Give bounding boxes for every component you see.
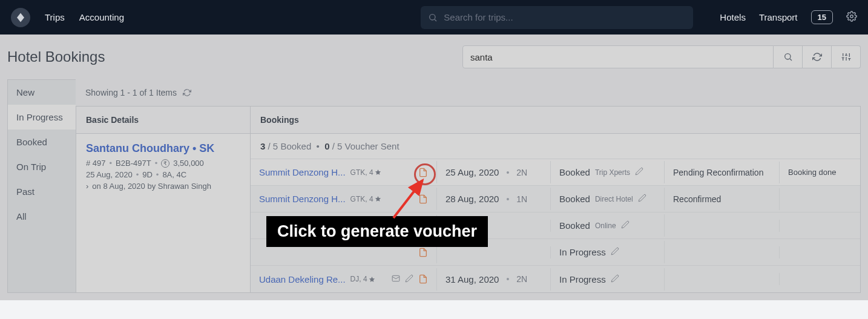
trip-id: # 497 [86,159,106,168]
svg-line-1 [435,19,436,21]
page-header: Hotel Bookings [0,35,868,79]
bookings-cell: 3 / 5 Booked • 0 / 5 Voucher Sent Summit… [251,134,860,292]
nav-hotels[interactable]: Hotels [720,12,746,22]
edit-icon[interactable] [635,167,643,177]
sidebar-item-on-trip[interactable]: On Trip [8,154,76,179]
edit-icon[interactable] [611,247,619,257]
dates-cell [437,246,551,258]
hotel-name[interactable]: Udaan Dekeling Re... [259,274,346,284]
mail-icon[interactable] [392,274,400,284]
reconfirm-status: Reconfirmed [673,194,721,204]
notification-count[interactable]: 15 [811,10,833,24]
sidebar-item-in-progress[interactable]: In Progress [8,105,76,130]
booking-source: Trip Xperts [595,168,630,177]
sidebar-item-booked[interactable]: Booked [8,130,76,154]
done-cell [780,246,860,258]
booking-source: Direct Hotel [595,195,633,203]
dates-cell: 28 Aug, 2020•1N [437,188,551,210]
status-cell: In Progress [551,268,665,291]
logo-icon [15,12,26,23]
refresh-button[interactable] [803,45,832,68]
sidebar-item-all[interactable]: All [8,204,76,229]
booking-status: Booked [559,167,590,177]
booked-count: 3 [260,141,265,151]
sidebar-item-new[interactable]: New [8,80,76,105]
trip-meta-1: # 497 • B2B-497T • ₹ 3,50,000 [86,159,240,168]
nav-transport[interactable]: Transport [759,12,798,22]
voucher-doc-icon[interactable] [418,274,428,284]
nav-accounting[interactable]: Accounting [79,12,124,22]
trip-amount: 3,50,000 [173,159,204,168]
refresh-icon[interactable] [183,88,191,97]
page-title: Hotel Bookings [7,48,105,65]
svg-marker-15 [375,196,380,202]
col-bookings: Bookings [251,107,860,133]
edit-icon[interactable] [621,220,630,231]
hotel-code: DJ, 4 [350,275,375,283]
trip-duration: 9D [142,170,153,179]
done-cell [780,193,860,205]
trip-meta-3: › on 8 Aug, 2020 by Shrawan Singh [86,182,240,191]
global-search[interactable] [421,6,693,29]
svg-rect-17 [392,275,399,281]
trip-date: 25 Aug, 2020 [86,170,133,179]
dates-cell: 25 Aug, 2020•2N [437,161,551,183]
header-controls [462,45,861,68]
topbar: Trips Accounting Hotels Transport 15 [0,0,868,35]
booking-row: Summit Denzong H...GTK, 425 Aug, 2020•2N… [251,159,860,186]
edit-icon[interactable] [611,274,619,284]
voucher-doc-icon[interactable] [418,248,428,257]
status-cell: BookedOnline [551,214,665,237]
col-basic-details: Basic Details [76,107,251,133]
status-cell: BookedDirect Hotel [551,188,665,210]
svg-line-19 [393,180,422,218]
hotel-cell: Udaan Dekeling Re...DJ, 4 [251,268,437,291]
hotel-code: GTK, 4 [350,168,381,177]
table-row: Santanu Choudhary • SK # 497 • B2B-497T … [76,134,860,292]
voucher-label: Voucher Sent [345,141,399,151]
showing-count: Showing 1 - 1 of 1 Items [76,79,861,106]
content: NewIn ProgressBookedOn TripPastAll Showi… [0,79,868,300]
settings-filter-button[interactable] [832,45,861,68]
status-cell: BookedTrip Xperts [551,161,665,183]
booking-date: 28 Aug, 2020 [446,194,499,204]
settings-button[interactable] [846,11,857,24]
search-icon [428,13,438,22]
booking-status: In Progress [559,274,606,284]
search-button[interactable] [774,45,803,68]
table-header: Basic Details Bookings [76,107,860,134]
svg-line-4 [790,59,792,61]
svg-marker-14 [375,169,380,175]
trip-b2b: B2B-497T [116,159,151,168]
edit-icon[interactable] [405,274,413,284]
bookings-summary: 3 / 5 Booked • 0 / 5 Voucher Sent [251,134,860,159]
booking-nights: 1N [516,194,527,204]
reconfirm-status: Pending Reconfirmation [673,168,763,177]
hotel-code: GTK, 4 [350,195,381,203]
search-icon [783,52,793,62]
filter-input[interactable] [462,45,774,68]
voucher-total: 5 [337,141,342,151]
sidebar-item-past[interactable]: Past [8,179,76,204]
refresh-icon [812,52,822,62]
booked-total: 5 [273,141,278,151]
voucher-count: 0 [324,141,329,151]
reconfirm-cell: Reconfirmed [665,188,780,210]
svg-point-0 [430,14,435,19]
reconfirm-cell: Pending Reconfirmation [665,162,780,183]
status-cell: In Progress [551,241,665,263]
gear-icon [846,11,857,22]
nav-trips[interactable]: Trips [45,12,65,22]
global-search-input[interactable] [444,12,686,22]
hotel-name[interactable]: Summit Denzong H... [259,194,346,204]
bookings-table: Basic Details Bookings Santanu Choudhary… [76,106,861,293]
edit-icon[interactable] [638,194,646,204]
sidebar: NewIn ProgressBookedOn TripPastAll [7,79,76,293]
booking-row: Udaan Dekeling Re...DJ, 431 Aug, 2020•2N… [251,266,860,292]
logo[interactable] [11,8,30,27]
svg-marker-16 [369,276,375,281]
customer-name[interactable]: Santanu Choudhary • SK [86,142,240,155]
chevron-right-icon: › [86,182,88,191]
booking-date: 31 Aug, 2020 [446,274,499,284]
hotel-name[interactable]: Summit Denzong H... [259,167,346,177]
